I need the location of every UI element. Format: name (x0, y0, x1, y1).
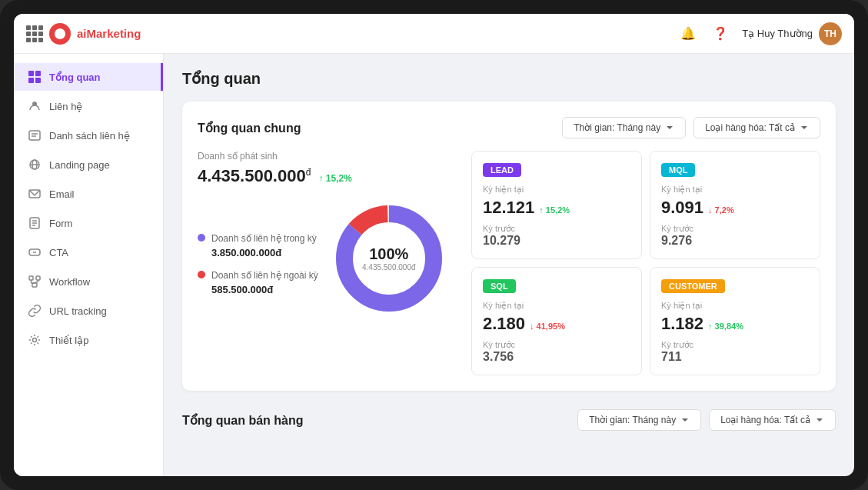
lead-current-period: Kỳ hiện tại (483, 185, 630, 195)
email-icon (28, 187, 42, 201)
donut-center: 100% 4.435.500.000đ (362, 245, 416, 272)
bottom-filter-group: Thời gian: Tháng này Loại hàng hóa: Tất … (577, 409, 836, 431)
metric-card-mql: MQL Kỳ hiện tại 9.091 ↓ 7,2% Kỳ trước 9.… (650, 151, 820, 259)
customer-current-period: Kỳ hiện tại (661, 301, 809, 311)
sql-prev-value: 3.756 (483, 350, 630, 364)
sidebar-item-url-tracking[interactable]: URL tracking (14, 297, 163, 325)
globe-icon (28, 158, 42, 172)
customer-value: 1.182 (661, 314, 703, 334)
help-icon[interactable]: ❓ (710, 23, 731, 45)
main-content: Tổng quan Tổng quan chung Thời gian: Thá… (164, 54, 854, 476)
header-logo: aiMarketing (26, 23, 668, 45)
main-layout: Tổng quan Liên hệ Danh sách liên hệ (14, 54, 854, 476)
lead-badge: LEAD (483, 163, 521, 177)
donut-value: 4.435.500.000đ (362, 263, 416, 272)
metrics-row-bottom: SQL Kỳ hiện tại 2.180 ↓ 41,95% Kỳ trước … (471, 267, 820, 375)
legend-dot-1 (198, 271, 205, 278)
revenue-change: ↑ 15,2% (318, 173, 351, 184)
bottom-section: Tổng quan bán hàng Thời gian: Tháng này … (182, 406, 836, 434)
mql-current-period: Kỳ hiện tại (661, 185, 809, 195)
legend-item-1: Doanh số liên hệ ngoài kỳ 585.500.000đ (198, 269, 318, 295)
sidebar-item-tong-quan[interactable]: Tổng quan (14, 63, 163, 91)
sidebar-label-url: URL tracking (49, 305, 107, 317)
settings-icon (28, 333, 42, 347)
legend-text-1: Doanh số liên hệ ngoài kỳ (211, 269, 318, 282)
link-icon (28, 304, 42, 318)
metric-card-sql: SQL Kỳ hiện tại 2.180 ↓ 41,95% Kỳ trước … (471, 267, 642, 375)
svg-rect-1 (35, 71, 41, 76)
metric-card-lead: LEAD Kỳ hiện tại 12.121 ↑ 15,2% Kỳ trước… (471, 151, 642, 259)
revenue-section: Doanh số phát sinh 4.435.500.000đ ↑ 15,2… (198, 151, 459, 375)
svg-rect-19 (36, 276, 40, 280)
lead-prev-period: Kỳ trước (483, 224, 630, 234)
metrics-row-top: LEAD Kỳ hiện tại 12.121 ↑ 15,2% Kỳ trước… (471, 151, 820, 259)
filter-time-button[interactable]: Thời gian: Tháng này (562, 117, 686, 138)
svg-rect-18 (29, 276, 33, 280)
svg-rect-5 (29, 131, 40, 140)
sidebar-label-cta: CTA (49, 247, 68, 258)
sidebar-item-email[interactable]: Email (14, 180, 163, 208)
cta-icon (28, 245, 42, 259)
sidebar-item-thiet-lap[interactable]: Thiết lập (14, 326, 163, 354)
overview-section-title: Tổng quan chung (198, 121, 301, 135)
avatar: TH (819, 22, 842, 45)
workflow-icon (28, 275, 42, 288)
legend-value-0: 3.850.000.000đ (211, 247, 317, 258)
lead-prev-value: 10.279 (483, 234, 630, 248)
sidebar-item-form[interactable]: Form (14, 209, 163, 237)
sql-change: ↓ 41,95% (530, 322, 565, 331)
legend-item-0: Doanh số liên hệ trong kỳ 3.850.000.000đ (198, 232, 318, 258)
filter-category-button[interactable]: Loại hàng hóa: Tất cả (693, 117, 820, 138)
sidebar-label-email: Email (49, 188, 75, 200)
lead-change: ↑ 15,2% (539, 205, 570, 215)
mql-prev-value: 9.276 (661, 234, 809, 248)
sidebar-label-tong-quan: Tổng quan (49, 72, 101, 83)
bottom-filter-time-button[interactable]: Thời gian: Tháng này (577, 409, 701, 431)
filter-group: Thời gian: Tháng này Loại hàng hóa: Tất … (562, 117, 820, 138)
overview-card: Tổng quan chung Thời gian: Tháng này Loạ… (182, 102, 836, 391)
logo-text: aiMarketing (77, 27, 141, 40)
sidebar-label-settings: Thiết lập (49, 335, 88, 346)
svg-rect-2 (28, 78, 34, 83)
sidebar-label-lien-he: Liên hệ (49, 101, 82, 112)
sidebar-label-form: Form (49, 218, 72, 229)
revenue-amount: 4.435.500.000đ (198, 166, 311, 186)
username-text: Tạ Huy Thường (742, 28, 813, 39)
logo-icon (49, 23, 71, 45)
mql-change: ↓ 7,2% (708, 205, 734, 215)
overview-content: Doanh số phát sinh 4.435.500.000đ ↑ 15,2… (198, 151, 820, 375)
sidebar-item-danh-sach[interactable]: Danh sách liên hệ (14, 122, 163, 149)
legend-text-0: Doanh số liên hệ trong kỳ (211, 232, 317, 245)
sidebar-item-lien-he[interactable]: Liên hệ (14, 92, 163, 120)
legend-value-1: 585.500.000đ (211, 284, 318, 295)
revenue-label: Doanh số phát sinh (198, 151, 459, 162)
sql-current-period: Kỳ hiện tại (483, 301, 630, 311)
sql-value: 2.180 (483, 314, 525, 334)
header-user[interactable]: Tạ Huy Thường TH (742, 22, 842, 45)
sidebar-item-landing-page[interactable]: Landing page (14, 151, 163, 178)
sidebar-label-danh-sach: Danh sách liên hệ (49, 130, 130, 142)
customer-prev-value: 711 (661, 350, 809, 364)
notification-icon[interactable]: 🔔 (677, 23, 699, 45)
person-icon (28, 99, 42, 113)
sidebar-label-landing: Landing page (49, 159, 110, 171)
sidebar-label-workflow: Workflow (49, 276, 90, 288)
header: aiMarketing 🔔 ❓ Tạ Huy Thường TH (14, 14, 854, 54)
grid-icon[interactable] (26, 25, 43, 42)
mql-value: 9.091 (661, 198, 703, 218)
sidebar-item-cta[interactable]: CTA (14, 238, 163, 266)
list-icon (28, 128, 42, 142)
bottom-filter-category-button[interactable]: Loại hàng hóa: Tất cả (709, 409, 836, 431)
bottom-section-title: Tổng quan bán hàng (182, 413, 304, 428)
app-window: aiMarketing 🔔 ❓ Tạ Huy Thường TH (14, 14, 854, 476)
metric-card-customer: CUSTOMER Kỳ hiện tại 1.182 ↑ 39,84% Kỳ t… (650, 267, 820, 375)
customer-change: ↑ 39,84% (708, 322, 743, 331)
svg-rect-0 (28, 71, 34, 76)
overview-card-header: Tổng quan chung Thời gian: Tháng này Loạ… (198, 117, 820, 138)
form-icon (28, 216, 42, 230)
sidebar-item-workflow[interactable]: Workflow (14, 268, 163, 295)
svg-point-25 (33, 338, 37, 342)
customer-badge: CUSTOMER (661, 279, 725, 293)
customer-prev-period: Kỳ trước (661, 340, 809, 350)
legend: Doanh số liên hệ trong kỳ 3.850.000.000đ… (198, 222, 318, 295)
